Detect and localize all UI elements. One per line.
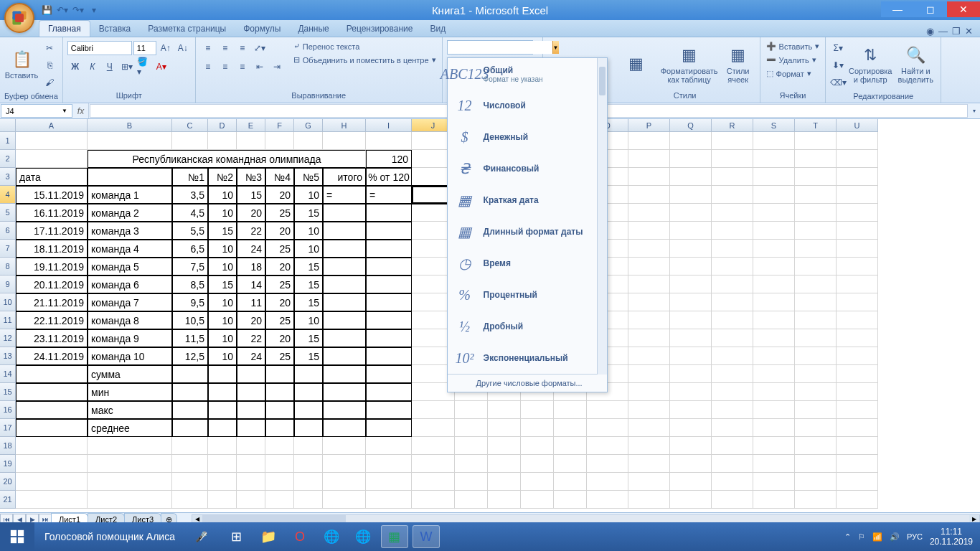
office-button[interactable]	[4, 3, 34, 33]
cell[interactable]	[837, 222, 878, 240]
cell[interactable]: 9,5	[172, 293, 208, 311]
cell[interactable]	[521, 437, 554, 455]
row-header[interactable]: 20	[0, 473, 16, 491]
cell[interactable]	[795, 258, 837, 276]
cell[interactable]	[521, 473, 554, 491]
cell[interactable]	[323, 329, 366, 347]
cell[interactable]	[323, 258, 366, 276]
cell[interactable]	[628, 311, 670, 329]
cell[interactable]	[795, 365, 837, 383]
cell[interactable]	[16, 365, 88, 383]
cell[interactable]	[208, 383, 237, 401]
cell[interactable]	[837, 168, 878, 186]
tray-lang[interactable]: РУС	[907, 532, 923, 541]
column-header[interactable]: A	[16, 119, 88, 132]
cell[interactable]	[795, 150, 837, 168]
cell[interactable]	[753, 293, 795, 311]
group-alignment-title[interactable]: Выравнивание	[200, 90, 438, 101]
cell[interactable]: 20	[237, 311, 265, 329]
cell[interactable]	[323, 419, 366, 437]
cell[interactable]	[628, 240, 670, 258]
cell[interactable]: 10	[208, 258, 237, 276]
cell[interactable]	[323, 437, 366, 455]
cell[interactable]	[628, 419, 670, 437]
cell[interactable]: команда 2	[88, 204, 172, 222]
cell[interactable]	[670, 150, 712, 168]
cell[interactable]	[670, 329, 712, 347]
cell[interactable]	[670, 186, 712, 204]
taskbar-assistant[interactable]: Голосовой помощник Алиса	[34, 522, 185, 551]
row-header[interactable]: 2	[0, 150, 16, 168]
dropdown-scrollbar[interactable]	[597, 58, 607, 375]
close-button[interactable]: ✕	[947, 1, 980, 17]
cell[interactable]	[837, 473, 878, 491]
fx-icon[interactable]: fx	[73, 103, 89, 118]
cell[interactable]	[628, 383, 670, 401]
cell[interactable]	[16, 383, 88, 401]
cell[interactable]	[323, 473, 366, 491]
indent-inc-icon[interactable]: ⇥	[269, 59, 285, 75]
number-format-item[interactable]: ABC123 ОбщийФормат не указан	[448, 58, 607, 90]
cell[interactable]	[670, 132, 712, 150]
cell[interactable]	[587, 437, 628, 455]
column-header[interactable]: D	[208, 119, 237, 132]
cell[interactable]	[16, 455, 88, 473]
cell[interactable]	[753, 186, 795, 204]
cell[interactable]: 15	[294, 329, 323, 347]
cell[interactable]	[795, 276, 837, 293]
tab-data[interactable]: Данные	[289, 21, 337, 37]
column-header[interactable]: I	[366, 119, 412, 132]
cell[interactable]: команда 7	[88, 293, 172, 311]
cell[interactable]: 16.11.2019	[16, 204, 88, 222]
taskbar-chrome2-icon[interactable]: 🌐	[349, 525, 377, 548]
cell[interactable]: команда 9	[88, 329, 172, 347]
cell[interactable]	[712, 276, 753, 293]
cell[interactable]	[753, 276, 795, 293]
cell[interactable]	[670, 258, 712, 276]
fill-color-icon[interactable]: 🪣▾	[136, 59, 152, 75]
cell[interactable]	[712, 473, 753, 491]
cell[interactable]	[670, 240, 712, 258]
cell[interactable]	[837, 204, 878, 222]
cell[interactable]: сумма	[88, 365, 172, 383]
sort-filter-button[interactable]: ⇅Сортировка и фильтр	[849, 40, 892, 88]
cell[interactable]	[837, 186, 878, 204]
cell[interactable]	[294, 473, 323, 491]
number-format-item[interactable]: ₴ Финансовый	[448, 153, 607, 184]
cell[interactable]	[628, 455, 670, 473]
cell[interactable]	[323, 365, 366, 383]
cell[interactable]	[172, 419, 208, 437]
undo-icon[interactable]: ↶▾	[56, 4, 69, 17]
cell[interactable]	[753, 419, 795, 437]
cell[interactable]	[208, 419, 237, 437]
cell[interactable]	[587, 419, 628, 437]
cell[interactable]	[208, 473, 237, 491]
cell[interactable]: команда 6	[88, 276, 172, 293]
cell[interactable]	[237, 383, 265, 401]
column-header[interactable]: B	[88, 119, 172, 132]
group-styles-title[interactable]: Стили	[615, 90, 755, 101]
orientation-icon[interactable]: ⤢▾	[252, 40, 268, 56]
cell[interactable]	[712, 168, 753, 186]
cell[interactable]: 3,5	[172, 186, 208, 204]
cond-format-button[interactable]: ▦	[615, 40, 658, 88]
cell[interactable]	[16, 419, 88, 437]
cell[interactable]	[587, 455, 628, 473]
select-all-corner[interactable]	[0, 119, 16, 132]
cell[interactable]	[323, 491, 366, 509]
cell[interactable]: 10,5	[172, 311, 208, 329]
cell[interactable]	[670, 455, 712, 473]
cell[interactable]	[366, 132, 412, 150]
namebox-dropdown-icon[interactable]: ▼	[62, 108, 67, 114]
cell[interactable]	[837, 132, 878, 150]
cell[interactable]	[294, 455, 323, 473]
clear-icon[interactable]: ⌫▾	[830, 75, 846, 90]
cell[interactable]	[753, 222, 795, 240]
bold-icon[interactable]: Ж	[67, 59, 83, 75]
cell[interactable]	[795, 437, 837, 455]
cell[interactable]	[172, 383, 208, 401]
cell[interactable]: команда 3	[88, 222, 172, 240]
cell[interactable]	[294, 491, 323, 509]
cell[interactable]: 15	[237, 186, 265, 204]
insert-cells-button[interactable]: ➕ Вставить ▾	[765, 40, 821, 52]
